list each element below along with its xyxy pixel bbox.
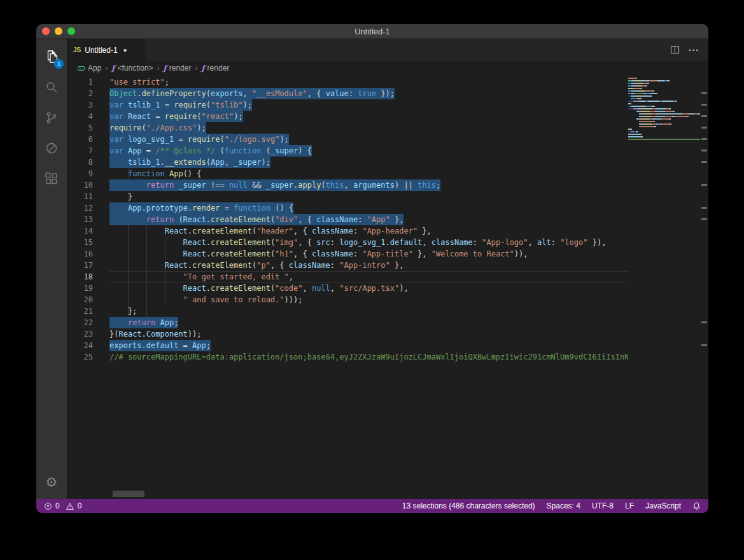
line-number-9[interactable]: 9 (67, 168, 93, 179)
code-line-12[interactable]: App.prototype.render = function () { (109, 202, 628, 214)
line-number-1[interactable]: 1 (67, 76, 93, 88)
minimap-line (628, 116, 689, 117)
minimap-line (628, 101, 677, 102)
code-line-22[interactable]: return App; (109, 317, 628, 328)
zoom-window-button[interactable] (67, 27, 75, 35)
editor-content[interactable]: "use strict";Object.defineProperty(expor… (109, 75, 628, 499)
activity-item-extensions[interactable] (36, 164, 67, 194)
code-line-17[interactable]: React.createElement("p", { className: "A… (109, 260, 628, 271)
minimap[interactable] (628, 75, 700, 499)
code-line-3[interactable]: var tslib_1 = require("tslib"); (109, 99, 628, 111)
line-number-17[interactable]: 17 (67, 260, 93, 271)
breadcrumb-item[interactable]: ƒrender (164, 64, 192, 73)
code-line-5[interactable]: require("./App.css"); (109, 122, 628, 134)
breadcrumbs: App›ƒ<function>›ƒrender›ƒrender (67, 61, 708, 75)
status-encoding[interactable]: UTF-8 (592, 501, 614, 510)
line-number-14[interactable]: 14 (67, 225, 93, 237)
code-line-7[interactable]: var App = /** @class */ (function (_supe… (109, 145, 628, 157)
code-line-11[interactable]: } (109, 191, 628, 202)
tab-bar: JS Untitled-1 ● ··· (67, 39, 708, 61)
status-eol[interactable]: LF (625, 501, 634, 510)
line-number-24[interactable]: 24 (67, 340, 93, 351)
split-editor-icon (670, 45, 680, 55)
unsaved-changes-dot[interactable]: ● (123, 46, 127, 53)
line-number-3[interactable]: 3 (67, 99, 93, 111)
breadcrumb-label: render (207, 64, 230, 73)
editor: 1234567891011121314151617181920212223242… (67, 75, 708, 499)
minimap-line (628, 83, 649, 84)
horizontal-scrollbar-thumb[interactable] (113, 491, 144, 497)
symbol-variable-icon (77, 64, 85, 73)
line-number-19[interactable]: 19 (67, 283, 93, 294)
code-line-24[interactable]: exports.default = App; (109, 340, 628, 351)
line-number-5[interactable]: 5 (67, 122, 93, 134)
line-number-8[interactable]: 8 (67, 157, 93, 168)
selection-overview-mark (701, 150, 707, 151)
line-number-13[interactable]: 13 (67, 214, 93, 225)
minimize-window-button[interactable] (55, 27, 62, 35)
line-number-2[interactable]: 2 (67, 88, 93, 99)
minimap-line (628, 123, 671, 125)
symbol-function-icon: ƒ (111, 64, 115, 73)
minimap-line (628, 95, 652, 97)
settings-gear-button[interactable]: ⚙ (36, 468, 67, 496)
code-line-6[interactable]: var logo_svg_1 = require("./logo.svg"); (109, 134, 628, 145)
window-title: Untitled-1 (36, 27, 708, 36)
line-number-11[interactable]: 11 (67, 191, 93, 202)
status-language-mode[interactable]: JavaScript (645, 501, 681, 510)
minimap-line (628, 88, 642, 89)
line-number-23[interactable]: 23 (67, 328, 93, 340)
code-line-14[interactable]: React.createElement("header", { classNam… (109, 225, 628, 237)
code-line-25[interactable]: //# sourceMappingURL=data:application/js… (109, 351, 628, 363)
code-line-8[interactable]: tslib_1.__extends(App, _super); (109, 157, 628, 168)
close-window-button[interactable] (42, 27, 50, 35)
code-line-16[interactable]: React.createElement("h1", { className: "… (109, 248, 628, 260)
notifications-bell-button[interactable] (692, 501, 701, 510)
tab-untitled-1[interactable]: JS Untitled-1 ● (67, 39, 146, 61)
activity-item-explorer[interactable]: 1 (36, 41, 67, 72)
line-number-7[interactable]: 7 (67, 145, 93, 157)
line-number-6[interactable]: 6 (67, 134, 93, 145)
code-line-1[interactable]: "use strict"; (109, 76, 628, 88)
line-number-21[interactable]: 21 (67, 305, 93, 317)
code-line-2[interactable]: Object.defineProperty(exports, "__esModu… (109, 88, 628, 99)
line-number-16[interactable]: 16 (67, 248, 93, 260)
breadcrumb-item[interactable]: App (77, 64, 101, 73)
line-number-25[interactable]: 25 (67, 351, 93, 363)
line-number-4[interactable]: 4 (67, 111, 93, 122)
code-line-19[interactable]: React.createElement("code", null, "src/A… (109, 283, 628, 294)
activity-item-debug[interactable] (36, 133, 67, 164)
line-number-12[interactable]: 12 (67, 202, 93, 214)
javascript-file-icon: JS (73, 46, 81, 53)
code-line-20[interactable]: " and save to reload."))); (109, 294, 628, 305)
titlebar[interactable]: Untitled-1 (36, 24, 708, 39)
breadcrumb-separator: › (195, 64, 197, 73)
activity-item-source-control[interactable] (36, 102, 67, 133)
window-controls (42, 24, 75, 38)
breadcrumb-item[interactable]: ƒrender (201, 64, 229, 73)
line-number-10[interactable]: 10 (67, 179, 93, 191)
code-line-21[interactable]: }; (109, 305, 628, 317)
line-number-15[interactable]: 15 (67, 237, 93, 248)
line-number-20[interactable]: 20 (67, 294, 93, 305)
code-line-23[interactable]: }(React.Component)); (109, 328, 628, 340)
code-line-15[interactable]: React.createElement("img", { src: logo_s… (109, 237, 628, 248)
code-line-18[interactable]: "To get started, edit ", (109, 271, 628, 283)
problems-indicator[interactable]: 0 0 (44, 501, 81, 510)
vscode-window: Untitled-1 1 (36, 24, 708, 513)
line-number-22[interactable]: 22 (67, 317, 93, 328)
status-selection-count[interactable]: 13 selections (486 characters selected) (402, 501, 535, 510)
more-actions-button[interactable]: ··· (689, 47, 699, 53)
code-line-13[interactable]: return (React.createElement("div", { cla… (109, 214, 628, 225)
activity-item-search[interactable] (36, 72, 67, 102)
vertical-scrollbar[interactable] (700, 75, 708, 499)
code-line-10[interactable]: return _super !== null && _super.apply(t… (109, 179, 628, 191)
minimap-line (628, 118, 671, 120)
explorer-badge: 1 (54, 59, 64, 69)
code-line-9[interactable]: function App() { (109, 168, 628, 179)
split-editor-button[interactable] (670, 45, 680, 55)
code-line-4[interactable]: var React = require("react"); (109, 111, 628, 122)
line-number-18[interactable]: 18 (67, 271, 93, 283)
breadcrumb-item[interactable]: ƒ<function> (111, 64, 153, 73)
status-indentation[interactable]: Spaces: 4 (547, 501, 580, 510)
